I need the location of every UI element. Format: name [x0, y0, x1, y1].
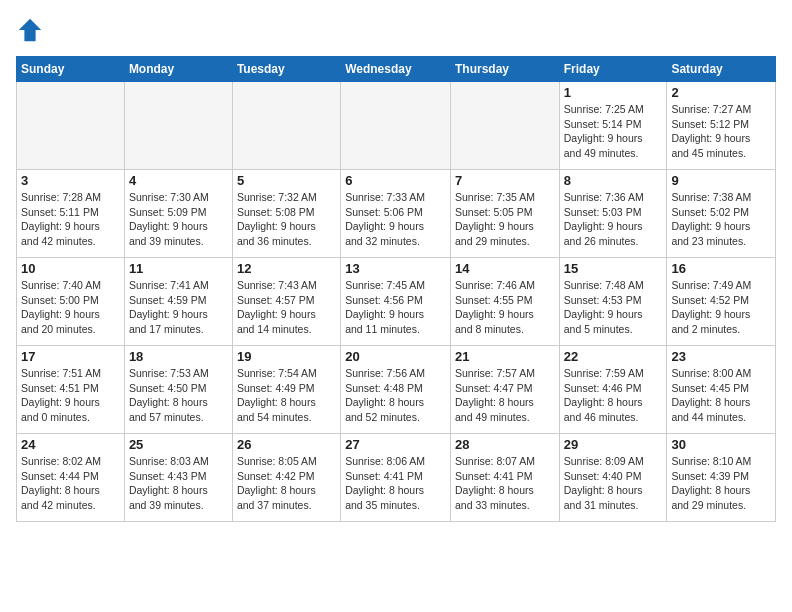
day-info: Sunrise: 7:40 AM Sunset: 5:00 PM Dayligh… [21, 278, 120, 337]
weekday-header-sunday: Sunday [17, 57, 125, 82]
logo-icon [16, 16, 44, 44]
calendar-cell: 20Sunrise: 7:56 AM Sunset: 4:48 PM Dayli… [341, 346, 451, 434]
day-number: 8 [564, 173, 663, 188]
calendar-week-3: 10Sunrise: 7:40 AM Sunset: 5:00 PM Dayli… [17, 258, 776, 346]
day-number: 27 [345, 437, 446, 452]
calendar-table: SundayMondayTuesdayWednesdayThursdayFrid… [16, 56, 776, 522]
day-info: Sunrise: 7:35 AM Sunset: 5:05 PM Dayligh… [455, 190, 555, 249]
calendar-cell: 27Sunrise: 8:06 AM Sunset: 4:41 PM Dayli… [341, 434, 451, 522]
weekday-header-thursday: Thursday [450, 57, 559, 82]
weekday-header-friday: Friday [559, 57, 667, 82]
day-info: Sunrise: 7:54 AM Sunset: 4:49 PM Dayligh… [237, 366, 336, 425]
day-info: Sunrise: 7:49 AM Sunset: 4:52 PM Dayligh… [671, 278, 771, 337]
page-header [16, 16, 776, 44]
calendar-cell: 16Sunrise: 7:49 AM Sunset: 4:52 PM Dayli… [667, 258, 776, 346]
calendar-cell: 22Sunrise: 7:59 AM Sunset: 4:46 PM Dayli… [559, 346, 667, 434]
calendar-week-2: 3Sunrise: 7:28 AM Sunset: 5:11 PM Daylig… [17, 170, 776, 258]
day-info: Sunrise: 7:43 AM Sunset: 4:57 PM Dayligh… [237, 278, 336, 337]
calendar-cell: 8Sunrise: 7:36 AM Sunset: 5:03 PM Daylig… [559, 170, 667, 258]
calendar-cell: 25Sunrise: 8:03 AM Sunset: 4:43 PM Dayli… [124, 434, 232, 522]
calendar-cell: 7Sunrise: 7:35 AM Sunset: 5:05 PM Daylig… [450, 170, 559, 258]
calendar-cell [450, 82, 559, 170]
day-number: 10 [21, 261, 120, 276]
day-number: 26 [237, 437, 336, 452]
day-info: Sunrise: 8:10 AM Sunset: 4:39 PM Dayligh… [671, 454, 771, 513]
calendar-cell: 24Sunrise: 8:02 AM Sunset: 4:44 PM Dayli… [17, 434, 125, 522]
svg-marker-0 [19, 19, 41, 41]
day-number: 16 [671, 261, 771, 276]
calendar-cell: 14Sunrise: 7:46 AM Sunset: 4:55 PM Dayli… [450, 258, 559, 346]
calendar-cell: 13Sunrise: 7:45 AM Sunset: 4:56 PM Dayli… [341, 258, 451, 346]
calendar-cell: 6Sunrise: 7:33 AM Sunset: 5:06 PM Daylig… [341, 170, 451, 258]
calendar-cell [341, 82, 451, 170]
day-info: Sunrise: 7:57 AM Sunset: 4:47 PM Dayligh… [455, 366, 555, 425]
day-number: 21 [455, 349, 555, 364]
day-info: Sunrise: 7:33 AM Sunset: 5:06 PM Dayligh… [345, 190, 446, 249]
weekday-header-tuesday: Tuesday [232, 57, 340, 82]
calendar-cell: 28Sunrise: 8:07 AM Sunset: 4:41 PM Dayli… [450, 434, 559, 522]
day-number: 6 [345, 173, 446, 188]
calendar-cell: 15Sunrise: 7:48 AM Sunset: 4:53 PM Dayli… [559, 258, 667, 346]
day-info: Sunrise: 7:36 AM Sunset: 5:03 PM Dayligh… [564, 190, 663, 249]
day-number: 29 [564, 437, 663, 452]
day-number: 18 [129, 349, 228, 364]
calendar-cell: 18Sunrise: 7:53 AM Sunset: 4:50 PM Dayli… [124, 346, 232, 434]
day-info: Sunrise: 7:38 AM Sunset: 5:02 PM Dayligh… [671, 190, 771, 249]
day-info: Sunrise: 7:51 AM Sunset: 4:51 PM Dayligh… [21, 366, 120, 425]
calendar-cell [124, 82, 232, 170]
day-info: Sunrise: 8:07 AM Sunset: 4:41 PM Dayligh… [455, 454, 555, 513]
day-info: Sunrise: 8:03 AM Sunset: 4:43 PM Dayligh… [129, 454, 228, 513]
day-number: 14 [455, 261, 555, 276]
weekday-header-monday: Monday [124, 57, 232, 82]
day-number: 3 [21, 173, 120, 188]
logo [16, 16, 48, 44]
calendar-cell: 30Sunrise: 8:10 AM Sunset: 4:39 PM Dayli… [667, 434, 776, 522]
day-info: Sunrise: 7:41 AM Sunset: 4:59 PM Dayligh… [129, 278, 228, 337]
day-info: Sunrise: 7:32 AM Sunset: 5:08 PM Dayligh… [237, 190, 336, 249]
calendar-cell: 26Sunrise: 8:05 AM Sunset: 4:42 PM Dayli… [232, 434, 340, 522]
day-number: 25 [129, 437, 228, 452]
calendar-cell: 11Sunrise: 7:41 AM Sunset: 4:59 PM Dayli… [124, 258, 232, 346]
day-info: Sunrise: 7:56 AM Sunset: 4:48 PM Dayligh… [345, 366, 446, 425]
weekday-header-wednesday: Wednesday [341, 57, 451, 82]
day-number: 7 [455, 173, 555, 188]
day-number: 17 [21, 349, 120, 364]
day-number: 19 [237, 349, 336, 364]
day-info: Sunrise: 7:30 AM Sunset: 5:09 PM Dayligh… [129, 190, 228, 249]
day-number: 2 [671, 85, 771, 100]
calendar-cell: 12Sunrise: 7:43 AM Sunset: 4:57 PM Dayli… [232, 258, 340, 346]
day-number: 9 [671, 173, 771, 188]
calendar-week-1: 1Sunrise: 7:25 AM Sunset: 5:14 PM Daylig… [17, 82, 776, 170]
day-info: Sunrise: 8:06 AM Sunset: 4:41 PM Dayligh… [345, 454, 446, 513]
calendar-week-5: 24Sunrise: 8:02 AM Sunset: 4:44 PM Dayli… [17, 434, 776, 522]
day-info: Sunrise: 8:00 AM Sunset: 4:45 PM Dayligh… [671, 366, 771, 425]
day-number: 12 [237, 261, 336, 276]
calendar-cell [232, 82, 340, 170]
day-info: Sunrise: 7:59 AM Sunset: 4:46 PM Dayligh… [564, 366, 663, 425]
day-number: 28 [455, 437, 555, 452]
calendar-cell: 9Sunrise: 7:38 AM Sunset: 5:02 PM Daylig… [667, 170, 776, 258]
calendar-cell: 2Sunrise: 7:27 AM Sunset: 5:12 PM Daylig… [667, 82, 776, 170]
calendar-cell: 29Sunrise: 8:09 AM Sunset: 4:40 PM Dayli… [559, 434, 667, 522]
day-info: Sunrise: 7:53 AM Sunset: 4:50 PM Dayligh… [129, 366, 228, 425]
day-info: Sunrise: 8:05 AM Sunset: 4:42 PM Dayligh… [237, 454, 336, 513]
day-info: Sunrise: 7:45 AM Sunset: 4:56 PM Dayligh… [345, 278, 446, 337]
calendar-cell: 21Sunrise: 7:57 AM Sunset: 4:47 PM Dayli… [450, 346, 559, 434]
calendar-cell: 5Sunrise: 7:32 AM Sunset: 5:08 PM Daylig… [232, 170, 340, 258]
day-number: 30 [671, 437, 771, 452]
calendar-cell: 17Sunrise: 7:51 AM Sunset: 4:51 PM Dayli… [17, 346, 125, 434]
day-number: 23 [671, 349, 771, 364]
calendar-cell: 3Sunrise: 7:28 AM Sunset: 5:11 PM Daylig… [17, 170, 125, 258]
calendar-week-4: 17Sunrise: 7:51 AM Sunset: 4:51 PM Dayli… [17, 346, 776, 434]
calendar-cell: 23Sunrise: 8:00 AM Sunset: 4:45 PM Dayli… [667, 346, 776, 434]
day-number: 22 [564, 349, 663, 364]
day-number: 13 [345, 261, 446, 276]
day-number: 4 [129, 173, 228, 188]
day-info: Sunrise: 7:25 AM Sunset: 5:14 PM Dayligh… [564, 102, 663, 161]
day-number: 20 [345, 349, 446, 364]
day-info: Sunrise: 8:09 AM Sunset: 4:40 PM Dayligh… [564, 454, 663, 513]
day-info: Sunrise: 7:27 AM Sunset: 5:12 PM Dayligh… [671, 102, 771, 161]
calendar-cell: 1Sunrise: 7:25 AM Sunset: 5:14 PM Daylig… [559, 82, 667, 170]
day-number: 24 [21, 437, 120, 452]
calendar-cell: 10Sunrise: 7:40 AM Sunset: 5:00 PM Dayli… [17, 258, 125, 346]
